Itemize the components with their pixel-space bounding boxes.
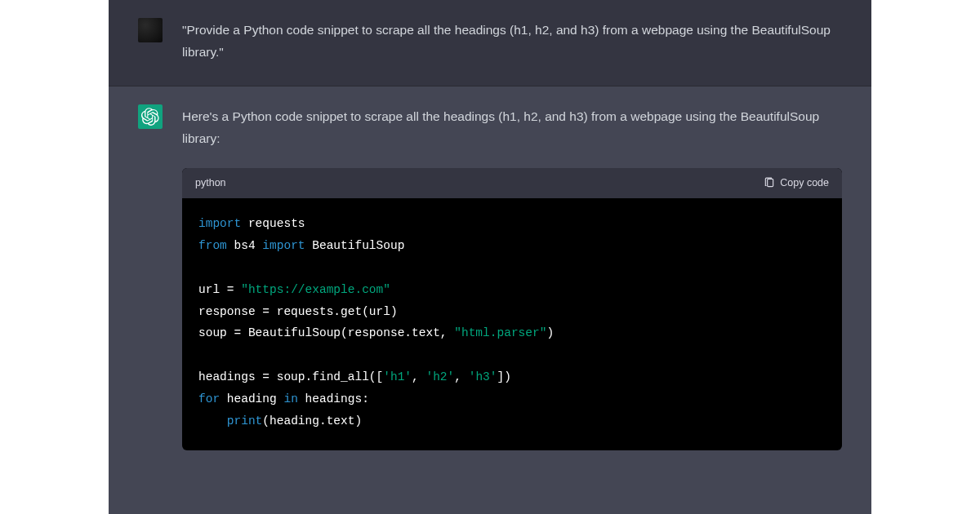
user-message-row: "Provide a Python code snippet to scrape… bbox=[109, 0, 871, 86]
chat-window: "Provide a Python code snippet to scrape… bbox=[109, 0, 871, 514]
user-message-text: "Provide a Python code snippet to scrape… bbox=[182, 18, 842, 63]
clipboard-icon bbox=[764, 177, 775, 188]
assistant-message-text: Here's a Python code snippet to scrape a… bbox=[182, 105, 842, 149]
user-avatar bbox=[138, 18, 163, 42]
code-block-header: python Copy code bbox=[182, 168, 842, 199]
assistant-message-body: Here's a Python code snippet to scrape a… bbox=[182, 104, 842, 514]
copy-code-button[interactable]: Copy code bbox=[764, 177, 829, 188]
svg-rect-0 bbox=[768, 179, 773, 187]
openai-logo-icon bbox=[141, 108, 159, 126]
code-block: python Copy code import requests from bs… bbox=[182, 168, 842, 450]
assistant-message-row: Here's a Python code snippet to scrape a… bbox=[109, 86, 871, 514]
code-content[interactable]: import requests from bs4 import Beautifu… bbox=[182, 198, 842, 450]
copy-code-label: Copy code bbox=[780, 177, 829, 188]
assistant-avatar bbox=[138, 104, 163, 129]
code-language-label: python bbox=[195, 175, 226, 193]
